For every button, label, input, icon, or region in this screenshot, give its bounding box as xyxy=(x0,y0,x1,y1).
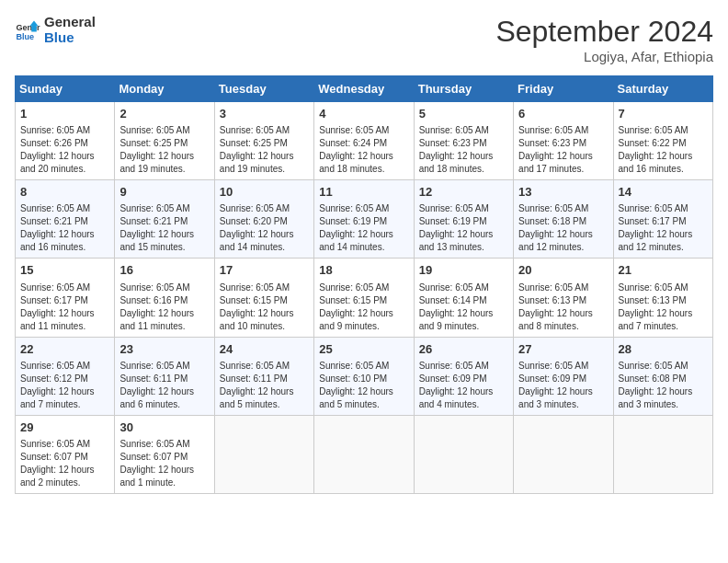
day-cell-22: 22 Sunrise: 6:05 AMSunset: 6:12 PMDaylig… xyxy=(16,337,115,415)
day-info: Sunrise: 6:05 AMSunset: 6:18 PMDaylight:… xyxy=(518,202,608,254)
day-info: Sunrise: 6:05 AMSunset: 6:19 PMDaylight:… xyxy=(419,202,508,254)
day-number: 24 xyxy=(220,341,309,358)
day-number: 20 xyxy=(518,262,608,279)
day-cell-10: 10 Sunrise: 6:05 AMSunset: 6:20 PMDaylig… xyxy=(214,180,313,259)
day-info: Sunrise: 6:05 AMSunset: 6:17 PMDaylight:… xyxy=(619,202,708,254)
day-cell-7: 7 Sunrise: 6:05 AMSunset: 6:22 PMDayligh… xyxy=(613,102,712,180)
day-cell-18: 18 Sunrise: 6:05 AMSunset: 6:15 PMDaylig… xyxy=(314,259,414,337)
day-cell-13: 13 Sunrise: 6:05 AMSunset: 6:18 PMDaylig… xyxy=(514,180,613,259)
day-cell-2: 2 Sunrise: 6:05 AMSunset: 6:25 PMDayligh… xyxy=(115,102,214,180)
day-info: Sunrise: 6:05 AMSunset: 6:23 PMDaylight:… xyxy=(518,124,608,176)
logo-general: General xyxy=(44,15,96,30)
day-number: 22 xyxy=(20,341,109,358)
day-cell-1: 1 Sunrise: 6:05 AMSunset: 6:26 PMDayligh… xyxy=(16,102,115,180)
month-title: September 2024 xyxy=(495,15,713,49)
day-cell-28: 28 Sunrise: 6:05 AMSunset: 6:08 PMDaylig… xyxy=(613,337,712,415)
week-row-2: 8 Sunrise: 6:05 AMSunset: 6:21 PMDayligh… xyxy=(16,180,713,259)
day-cell-6: 6 Sunrise: 6:05 AMSunset: 6:23 PMDayligh… xyxy=(514,102,613,180)
day-cell-11: 11 Sunrise: 6:05 AMSunset: 6:19 PMDaylig… xyxy=(314,180,414,259)
day-number: 27 xyxy=(518,341,608,358)
page-header: General Blue General Blue September 2024… xyxy=(15,15,713,64)
day-number: 14 xyxy=(619,184,708,201)
day-info: Sunrise: 6:05 AMSunset: 6:07 PMDaylight:… xyxy=(20,438,109,489)
day-number: 28 xyxy=(619,341,708,358)
day-info: Sunrise: 6:05 AMSunset: 6:11 PMDaylight:… xyxy=(220,360,309,411)
day-cell-3: 3 Sunrise: 6:05 AMSunset: 6:25 PMDayligh… xyxy=(214,102,313,180)
location-title: Logiya, Afar, Ethiopia xyxy=(495,49,713,64)
day-info: Sunrise: 6:05 AMSunset: 6:08 PMDaylight:… xyxy=(619,360,708,411)
day-cell-5: 5 Sunrise: 6:05 AMSunset: 6:23 PMDayligh… xyxy=(414,102,513,180)
header-saturday: Saturday xyxy=(613,76,712,102)
day-cell-4: 4 Sunrise: 6:05 AMSunset: 6:24 PMDayligh… xyxy=(314,102,414,180)
day-info: Sunrise: 6:05 AMSunset: 6:13 PMDaylight:… xyxy=(518,282,608,333)
day-info: Sunrise: 6:05 AMSunset: 6:14 PMDaylight:… xyxy=(419,282,508,333)
day-cell-21: 21 Sunrise: 6:05 AMSunset: 6:13 PMDaylig… xyxy=(613,259,712,337)
day-number: 3 xyxy=(220,106,309,122)
day-cell-30: 30 Sunrise: 6:05 AMSunset: 6:07 PMDaylig… xyxy=(115,415,214,493)
header-friday: Friday xyxy=(514,76,613,102)
day-cell-8: 8 Sunrise: 6:05 AMSunset: 6:21 PMDayligh… xyxy=(16,180,115,259)
day-number: 21 xyxy=(619,262,708,279)
day-cell-29: 29 Sunrise: 6:05 AMSunset: 6:07 PMDaylig… xyxy=(16,415,115,493)
day-number: 6 xyxy=(518,106,608,122)
day-number: 7 xyxy=(619,106,708,122)
day-cell-15: 15 Sunrise: 6:05 AMSunset: 6:17 PMDaylig… xyxy=(16,259,115,337)
header-wednesday: Wednesday xyxy=(314,76,414,102)
day-number: 19 xyxy=(419,262,508,279)
logo-icon: General Blue xyxy=(15,17,40,43)
empty-cell xyxy=(514,415,613,493)
day-cell-25: 25 Sunrise: 6:05 AMSunset: 6:10 PMDaylig… xyxy=(314,337,414,415)
header-sunday: Sunday xyxy=(16,76,115,102)
day-cell-20: 20 Sunrise: 6:05 AMSunset: 6:13 PMDaylig… xyxy=(514,259,613,337)
day-number: 9 xyxy=(119,184,209,201)
week-row-4: 22 Sunrise: 6:05 AMSunset: 6:12 PMDaylig… xyxy=(16,337,713,415)
svg-text:Blue: Blue xyxy=(16,31,34,40)
day-number: 25 xyxy=(319,341,408,358)
header-monday: Monday xyxy=(115,76,214,102)
day-number: 8 xyxy=(20,184,109,201)
day-info: Sunrise: 6:05 AMSunset: 6:11 PMDaylight:… xyxy=(119,360,209,411)
day-info: Sunrise: 6:05 AMSunset: 6:22 PMDaylight:… xyxy=(619,124,708,176)
header-thursday: Thursday xyxy=(414,76,513,102)
day-info: Sunrise: 6:05 AMSunset: 6:17 PMDaylight:… xyxy=(20,282,109,333)
day-info: Sunrise: 6:05 AMSunset: 6:25 PMDaylight:… xyxy=(119,124,209,176)
day-info: Sunrise: 6:05 AMSunset: 6:15 PMDaylight:… xyxy=(319,282,408,333)
day-number: 13 xyxy=(518,184,608,201)
day-info: Sunrise: 6:05 AMSunset: 6:19 PMDaylight:… xyxy=(319,202,408,254)
day-cell-24: 24 Sunrise: 6:05 AMSunset: 6:11 PMDaylig… xyxy=(214,337,313,415)
day-number: 1 xyxy=(20,106,109,122)
empty-cell xyxy=(414,415,513,493)
day-cell-17: 17 Sunrise: 6:05 AMSunset: 6:15 PMDaylig… xyxy=(214,259,313,337)
week-row-1: 1 Sunrise: 6:05 AMSunset: 6:26 PMDayligh… xyxy=(16,102,713,180)
day-number: 10 xyxy=(220,184,309,201)
empty-cell xyxy=(613,415,712,493)
day-info: Sunrise: 6:05 AMSunset: 6:12 PMDaylight:… xyxy=(20,360,109,411)
day-number: 18 xyxy=(319,262,408,279)
day-info: Sunrise: 6:05 AMSunset: 6:20 PMDaylight:… xyxy=(220,202,309,254)
day-info: Sunrise: 6:05 AMSunset: 6:10 PMDaylight:… xyxy=(319,360,408,411)
day-info: Sunrise: 6:05 AMSunset: 6:13 PMDaylight:… xyxy=(619,282,708,333)
day-number: 15 xyxy=(20,262,109,279)
title-section: September 2024 Logiya, Afar, Ethiopia xyxy=(495,15,713,64)
day-info: Sunrise: 6:05 AMSunset: 6:09 PMDaylight:… xyxy=(518,360,608,411)
day-info: Sunrise: 6:05 AMSunset: 6:25 PMDaylight:… xyxy=(220,124,309,176)
day-cell-26: 26 Sunrise: 6:05 AMSunset: 6:09 PMDaylig… xyxy=(414,337,513,415)
day-cell-12: 12 Sunrise: 6:05 AMSunset: 6:19 PMDaylig… xyxy=(414,180,513,259)
day-info: Sunrise: 6:05 AMSunset: 6:09 PMDaylight:… xyxy=(419,360,508,411)
day-cell-23: 23 Sunrise: 6:05 AMSunset: 6:11 PMDaylig… xyxy=(115,337,214,415)
empty-cell xyxy=(314,415,414,493)
week-row-3: 15 Sunrise: 6:05 AMSunset: 6:17 PMDaylig… xyxy=(16,259,713,337)
day-info: Sunrise: 6:05 AMSunset: 6:07 PMDaylight:… xyxy=(119,438,209,489)
day-info: Sunrise: 6:05 AMSunset: 6:21 PMDaylight:… xyxy=(119,202,209,254)
weekday-header-row: Sunday Monday Tuesday Wednesday Thursday… xyxy=(16,76,713,102)
day-info: Sunrise: 6:05 AMSunset: 6:16 PMDaylight:… xyxy=(119,282,209,333)
day-cell-19: 19 Sunrise: 6:05 AMSunset: 6:14 PMDaylig… xyxy=(414,259,513,337)
day-number: 4 xyxy=(319,106,408,122)
day-info: Sunrise: 6:05 AMSunset: 6:15 PMDaylight:… xyxy=(220,282,309,333)
day-number: 12 xyxy=(419,184,508,201)
day-number: 2 xyxy=(119,106,209,122)
day-number: 29 xyxy=(20,419,109,436)
day-info: Sunrise: 6:05 AMSunset: 6:24 PMDaylight:… xyxy=(319,124,408,176)
day-info: Sunrise: 6:05 AMSunset: 6:23 PMDaylight:… xyxy=(419,124,508,176)
day-info: Sunrise: 6:05 AMSunset: 6:21 PMDaylight:… xyxy=(20,202,109,254)
